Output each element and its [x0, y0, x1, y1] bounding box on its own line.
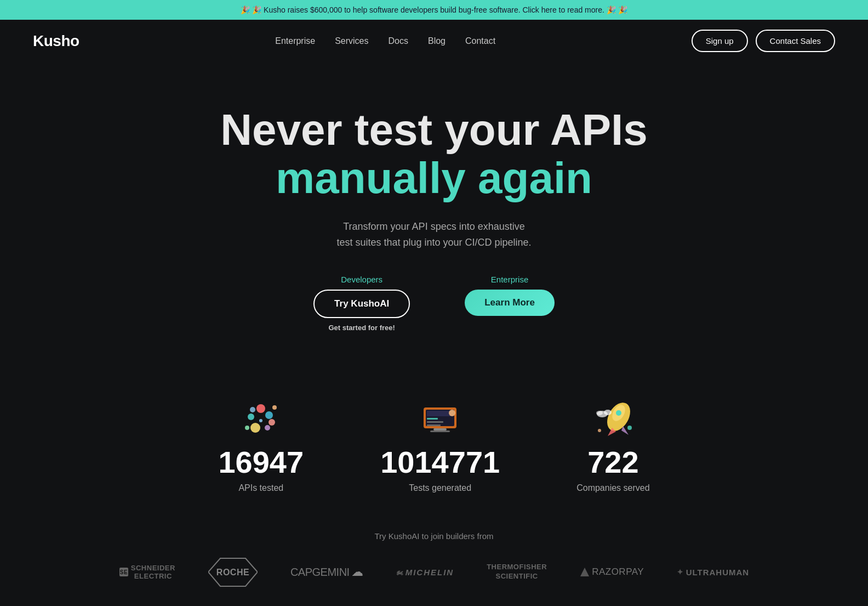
stat-apis-number: 16947 — [218, 447, 304, 478]
announcement-text: 🎉 🎉 Kusho raises $600,000 to help softwa… — [241, 5, 627, 14]
svg-point-26 — [598, 429, 601, 432]
logo-razorpay: Razorpay — [580, 567, 644, 577]
cta-group: Developers Try KushoAI Get started for f… — [22, 275, 846, 332]
svg-point-2 — [265, 411, 273, 419]
svg-point-24 — [596, 411, 603, 415]
stat-tests-number: 1014771 — [380, 447, 500, 478]
stat-tests-generated: 1014771 Tests generated — [380, 398, 500, 493]
nav-blog[interactable]: Blog — [428, 36, 446, 46]
hero-subtitle-line2: test suites that plug into your CI/CD pi… — [336, 237, 531, 248]
svg-text:Roche: Roche — [216, 568, 249, 577]
contact-sales-button[interactable]: Contact Sales — [756, 30, 835, 52]
stat-tests-label: Tests generated — [409, 483, 471, 493]
svg-rect-14 — [427, 421, 443, 423]
hero-subtitle: Transform your API specs into exhaustive… — [22, 219, 846, 251]
svg-point-3 — [250, 423, 260, 433]
cta-developer: Developers Try KushoAI Get started for f… — [313, 275, 410, 332]
svg-text:SE: SE — [120, 569, 128, 575]
logos-section: Try KushoAI to join builders from SE Sch… — [0, 520, 868, 606]
nav-enterprise[interactable]: Enterprise — [275, 36, 315, 46]
logos-row: SE SchneiderElectric Roche Capgemini ☁ 🏍… — [33, 557, 835, 587]
cta-developer-sub: Get started for free! — [328, 324, 395, 332]
cta-enterprise: Enterprise Learn More — [465, 275, 555, 316]
stats-section: 16947 APIs tested 1014771 Tests generate… — [0, 365, 868, 520]
nav-services[interactable]: Services — [335, 36, 368, 46]
logo-schneider-text: SchneiderElectric — [131, 564, 175, 580]
logo-ultrahuman: ✦ ULTRAHUMAN — [677, 568, 749, 577]
svg-point-21 — [616, 410, 621, 416]
svg-rect-15 — [427, 424, 441, 426]
logo-thermofisher-text: ThermoFisherSCIENTIFIC — [487, 563, 547, 581]
hero-subtitle-line1: Transform your API specs into exhaustive — [343, 221, 524, 232]
nav-contact[interactable]: Contact — [465, 36, 495, 46]
companies-icon — [591, 398, 635, 441]
svg-point-23 — [604, 410, 612, 415]
tests-icon — [418, 398, 462, 441]
svg-point-4 — [265, 425, 270, 431]
stat-apis-tested: 16947 APIs tested — [218, 398, 304, 493]
logo-roche: Roche — [208, 557, 258, 587]
cta-enterprise-label: Enterprise — [491, 275, 528, 284]
navbar: Kusho Enterprise Services Docs Blog Cont… — [0, 20, 868, 62]
svg-rect-13 — [427, 418, 438, 420]
hero-section: Never test your APIs manually again Tran… — [0, 62, 868, 365]
stat-companies-number: 722 — [587, 447, 638, 478]
svg-point-25 — [627, 426, 632, 430]
logo-capgemini-text: Capgemini — [290, 566, 350, 579]
navbar-actions: Sign up Contact Sales — [692, 30, 835, 52]
apis-icon — [239, 398, 283, 441]
svg-point-7 — [259, 419, 262, 422]
svg-rect-17 — [433, 428, 447, 431]
try-kushoai-button[interactable]: Try KushoAI — [313, 290, 410, 318]
nav-links: Enterprise Services Docs Blog Contact — [275, 36, 495, 46]
svg-point-5 — [272, 405, 277, 410]
hero-title-line1: Never test your APIs — [220, 105, 648, 154]
logo-michelin: 🏍 MICHELIN — [396, 568, 454, 577]
logo[interactable]: Kusho — [33, 32, 79, 50]
cta-developer-label: Developers — [341, 275, 382, 284]
svg-point-8 — [269, 419, 275, 426]
stat-apis-label: APIs tested — [238, 483, 283, 493]
svg-rect-18 — [430, 431, 450, 432]
learn-more-button[interactable]: Learn More — [465, 290, 555, 316]
stat-companies-served: 722 Companies served — [576, 398, 649, 493]
svg-point-16 — [449, 410, 455, 416]
logo-thermofisher: ThermoFisherSCIENTIFIC — [487, 563, 547, 581]
logo-michelin-text: MICHELIN — [406, 568, 454, 577]
hero-title-line2: manually again — [276, 154, 592, 202]
hero-title: Never test your APIs manually again — [187, 106, 681, 202]
logo-capgemini: Capgemini ☁ — [290, 565, 363, 579]
announcement-bar[interactable]: 🎉 🎉 Kusho raises $600,000 to help softwa… — [0, 0, 868, 20]
svg-point-1 — [248, 414, 254, 420]
logo-razorpay-text: Razorpay — [592, 567, 644, 577]
svg-marker-31 — [580, 568, 589, 576]
svg-point-9 — [250, 407, 255, 412]
nav-docs[interactable]: Docs — [389, 36, 408, 46]
logos-title: Try KushoAI to join builders from — [33, 531, 835, 541]
signup-button[interactable]: Sign up — [692, 30, 748, 52]
logo-ultrahuman-text: ULTRAHUMAN — [686, 568, 750, 577]
svg-point-6 — [245, 426, 249, 430]
stat-companies-label: Companies served — [576, 483, 649, 493]
svg-point-0 — [256, 404, 265, 413]
logo-schneider: SE SchneiderElectric — [119, 564, 175, 580]
